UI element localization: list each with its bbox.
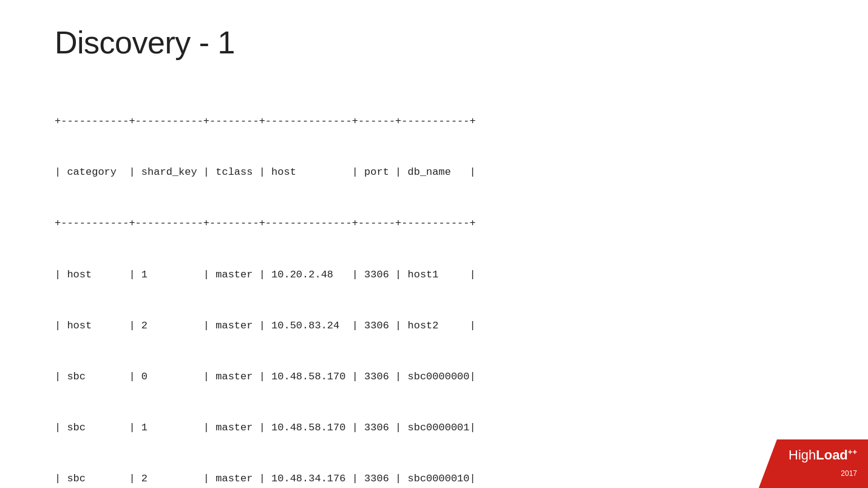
table-container: +-----------+-----------+--------+------… [55,79,819,488]
table-header-row: | category | shard_key | tclass | host |… [55,164,819,181]
table-row: | host | 2 | master | 10.50.83.24 | 3306… [55,317,819,334]
table-row: | host | 1 | master | 10.20.2.48 | 3306 … [55,266,819,283]
highload-badge: HighLoad++ 2017 [759,439,868,488]
page-title: Discovery - 1 [55,24,819,61]
table-separator-top: +-----------+-----------+--------+------… [55,113,819,130]
table-row: | sbc | 1 | master | 10.48.58.170 | 3306… [55,419,819,436]
main-content: Discovery - 1 +-----------+-----------+-… [0,0,868,488]
table-separator-mid: +-----------+-----------+--------+------… [55,215,819,232]
badge-load: Load [816,448,848,463]
badge-year: 2017 [841,469,857,478]
badge-sup: ++ [848,447,857,456]
table-row: | sbc | 2 | master | 10.48.34.176 | 3306… [55,470,819,487]
badge-high: High [788,448,816,463]
table-row: | sbc | 0 | master | 10.48.58.170 | 3306… [55,368,819,385]
badge-label: HighLoad++ 2017 [788,447,857,480]
